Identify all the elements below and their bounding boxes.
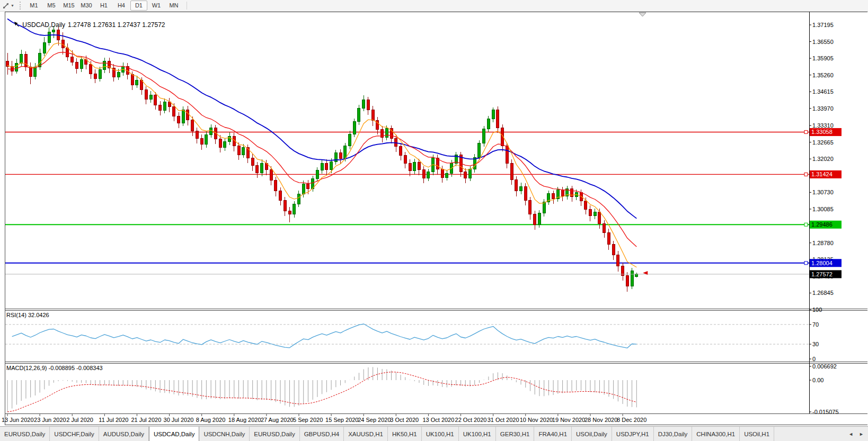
- timeframe-button-M5[interactable]: M5: [43, 1, 60, 11]
- tab-scroll-right-icon[interactable]: ►: [859, 431, 864, 437]
- chart-tab-17-USOil-H1[interactable]: USOil,H1: [740, 427, 774, 441]
- candle: [191, 120, 194, 131]
- date-tick-label: 13 Oct 2020: [422, 417, 454, 423]
- date-tick-label: 27 Aug 2020: [261, 417, 294, 423]
- price-tick-label: 1.32020: [812, 156, 834, 162]
- time-axis[interactable]: 13 Jun 202023 Jun 20202 Jul 202011 Jul 2…: [2, 413, 646, 423]
- candle: [589, 209, 591, 216]
- date-tick-label: 22 Oct 2020: [455, 417, 487, 423]
- chart-tab-8-HK50-H1[interactable]: HK50,H1: [388, 427, 422, 441]
- candle: [552, 194, 555, 199]
- timeframe-button-D1[interactable]: D1: [130, 1, 147, 11]
- chart-tab-0-EURUSD-Daily[interactable]: EURUSD,Daily: [0, 427, 50, 441]
- candle: [483, 129, 485, 143]
- tab-scroll-buttons: ◄ ►: [846, 427, 866, 441]
- chart-tab-6-GBPUSD-H4[interactable]: GBPUSD,H4: [300, 427, 344, 441]
- candle: [302, 184, 305, 194]
- tab-scroll-left-icon[interactable]: ◄: [848, 431, 853, 437]
- ma-slow-blue: [7, 19, 636, 218]
- candle: [422, 170, 425, 178]
- candle: [520, 186, 522, 191]
- chart-tab-1-USDCHF-Daily[interactable]: USDCHF,Daily: [50, 427, 99, 441]
- candle: [529, 201, 532, 214]
- price-axis[interactable]: 1.371951.365501.359051.352601.346151.339…: [804, 22, 842, 415]
- candle: [196, 131, 198, 138]
- chart-tab-10-UK100-H1[interactable]: UK100,H1: [459, 427, 496, 441]
- chart-tab-14-USDJPY-H1[interactable]: USDJPY,H1: [612, 427, 654, 441]
- candles: [6, 26, 638, 292]
- timeframe-button-H4[interactable]: H4: [113, 1, 130, 11]
- candle: [117, 73, 120, 77]
- hline-handle[interactable]: [804, 130, 808, 133]
- candle: [603, 224, 606, 233]
- date-tick-label: 23 Jun 2020: [34, 417, 66, 423]
- price-tick-label: 1.35260: [812, 72, 834, 78]
- candle: [400, 147, 402, 156]
- current-price-label: 1.27572: [811, 271, 832, 277]
- chart-tab-15-DJ30-Daily[interactable]: DJ30,Daily: [654, 427, 693, 441]
- candle: [182, 110, 184, 123]
- cursor-tool-button[interactable]: ▼: [2, 2, 14, 10]
- chart-tab-3-USDCAD-Daily[interactable]: USDCAD,Daily: [149, 427, 199, 441]
- chart-tab-16-CHINA300-H1[interactable]: CHINA300,H1: [692, 427, 740, 441]
- candle: [469, 169, 472, 178]
- hline-handle[interactable]: [804, 262, 808, 265]
- candle: [154, 95, 157, 105]
- chart-tab-13-USOil-Daily[interactable]: USOil,Daily: [572, 427, 612, 441]
- crosshair-cursor-icon: [2, 2, 10, 10]
- macd-axis-label: 0.006692: [812, 363, 837, 370]
- timeframe-toolbar: M1M5M15M30H1H4D1W1MN: [25, 1, 182, 11]
- candle: [612, 245, 615, 255]
- date-tick-label: 8 Aug 2020: [196, 417, 226, 423]
- price-tick-label: 1.33970: [812, 105, 834, 112]
- chart-tab-2-AUDUSD-Daily[interactable]: AUDUSD,Daily: [99, 427, 149, 441]
- candle: [594, 212, 596, 216]
- chart-shift-marker-icon[interactable]: [639, 13, 646, 16]
- candle: [237, 146, 240, 155]
- date-tick-label: 30 Jul 2020: [164, 417, 194, 423]
- candle: [506, 146, 508, 163]
- timeframe-button-W1[interactable]: W1: [148, 1, 165, 11]
- chart-tab-5-EURUSD-Daily[interactable]: EURUSD,Daily: [250, 427, 299, 441]
- candle: [205, 134, 208, 145]
- date-tick-label: 31 Oct 2020: [488, 417, 519, 423]
- candle: [371, 110, 374, 121]
- candle: [534, 214, 536, 225]
- timeframe-button-H1[interactable]: H1: [95, 1, 112, 11]
- hline-handle[interactable]: [804, 173, 808, 176]
- candle: [173, 106, 175, 116]
- hline-price-label: 1.29486: [811, 221, 832, 228]
- chart-tab-9-UK100-H1[interactable]: UK100,H1: [422, 427, 459, 441]
- macd-axis-label: -0.015075: [812, 409, 839, 415]
- chart-tab-11-GER30-H1[interactable]: GER30,H1: [496, 427, 535, 441]
- chart-tab-4-USDCNH-Daily[interactable]: USDCNH,Daily: [199, 427, 250, 441]
- timeframe-button-M1[interactable]: M1: [25, 1, 42, 11]
- chart-canvas[interactable]: 1.371951.365501.359051.352601.346151.339…: [0, 0, 868, 441]
- toolbar-grip[interactable]: [20, 2, 21, 10]
- price-tick-label: 1.30085: [812, 206, 834, 212]
- rsi-axis-label: 0: [812, 356, 816, 362]
- timeframe-button-M15[interactable]: M15: [60, 1, 77, 11]
- timeframe-button-M30[interactable]: M30: [78, 1, 95, 11]
- candle: [497, 110, 499, 128]
- toolbar-separator: [187, 2, 187, 10]
- timeframe-button-MN[interactable]: MN: [165, 1, 182, 11]
- candle: [538, 213, 541, 225]
- hline-price-label: 1.31424: [811, 171, 832, 177]
- ma-medium-red: [7, 52, 636, 247]
- price-tick-label: 1.33310: [812, 122, 834, 129]
- candle: [330, 161, 333, 170]
- candle: [228, 136, 231, 142]
- candle: [418, 162, 420, 170]
- date-tick-label: 10 Nov 2020: [520, 417, 553, 423]
- chart-tab-12-FRA40-H1[interactable]: FRA40,H1: [534, 427, 572, 441]
- date-tick-label: 18 Aug 2020: [228, 417, 261, 423]
- candle: [358, 108, 360, 121]
- candle: [353, 122, 356, 134]
- horizontal-lines: [5, 132, 809, 263]
- candle: [261, 163, 263, 173]
- chart-tab-7-XAUUSD-H1[interactable]: XAUUSD,H1: [344, 427, 388, 441]
- candle: [94, 74, 96, 79]
- candle: [487, 119, 490, 129]
- hline-handle[interactable]: [804, 223, 808, 226]
